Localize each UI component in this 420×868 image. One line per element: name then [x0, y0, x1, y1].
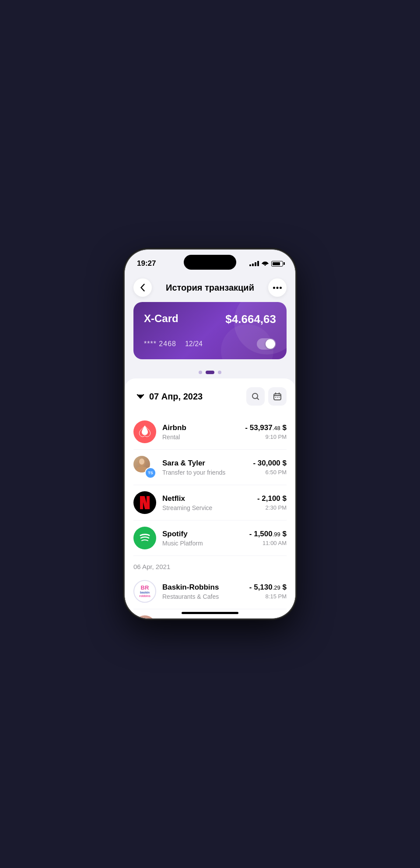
- spotify-amount-area: - 1,500.99 $ 11:00 AM: [249, 530, 287, 546]
- airbnb-avatar: [133, 420, 156, 443]
- sara-tyler-name: Sara & Tyler: [162, 459, 253, 468]
- baskin-robbins-time: 8:15 PM: [249, 593, 287, 600]
- card-dots-indicator: [125, 366, 295, 378]
- dot-3: [218, 371, 221, 374]
- netflix-avatar: [133, 491, 156, 514]
- card-toggle[interactable]: [257, 338, 276, 350]
- marita-info: Marita Covarrubias Transfer: [162, 618, 258, 619]
- netflix-name: Netflix: [162, 494, 257, 503]
- airbnb-name: Airbnb: [162, 424, 245, 432]
- baskin-robbins-name: Baskin-Robbins: [162, 583, 249, 592]
- card-balance: $4.664,63: [225, 312, 276, 326]
- baskin-robbins-category: Restaurants & Cafes: [162, 593, 249, 600]
- calendar-button[interactable]: [268, 387, 287, 406]
- sara-tyler-time: 6:50 PM: [253, 469, 287, 476]
- card-top: X-Card $4.664,63: [144, 312, 276, 326]
- dot-1: [199, 371, 202, 374]
- search-button[interactable]: [246, 387, 265, 406]
- baskin-robbins-info: Baskin-Robbins Restaurants & Cafes: [162, 583, 249, 600]
- svg-point-1: [276, 287, 279, 289]
- svg-point-6: [277, 397, 278, 398]
- status-icons: [249, 260, 283, 267]
- section-date-2: 06 Apr, 2021: [133, 556, 287, 574]
- transaction-airbnb[interactable]: Airbnb Rental - 53,937.48 $ 9:10 PM: [133, 414, 287, 450]
- phone-frame: 19:27: [125, 250, 295, 618]
- sara-tyler-amount: - 30,000 $: [253, 459, 287, 468]
- svg-point-0: [273, 287, 275, 289]
- more-button[interactable]: [268, 278, 287, 297]
- transaction-sara-tyler[interactable]: TS Sara & Tyler Transfer to your friends…: [133, 450, 287, 485]
- wifi-icon: [262, 260, 269, 267]
- svg-point-2: [280, 287, 282, 289]
- netflix-info: Netflix Streaming Service: [162, 494, 257, 511]
- sara-tyler-category: Transfer to your friends: [162, 469, 253, 476]
- toggle-thumb: [266, 339, 275, 349]
- back-button[interactable]: [133, 278, 152, 297]
- spotify-info: Spotify Music Platform: [162, 530, 249, 547]
- airbnb-time: 9:10 PM: [245, 434, 287, 440]
- transaction-spotify[interactable]: Spotify Music Platform - 1,500.99 $ 11:0…: [133, 521, 287, 556]
- marita-name: Marita Covarrubias: [162, 618, 258, 619]
- status-time: 19:27: [137, 259, 156, 268]
- airbnb-amount: - 53,937.48 $: [245, 424, 287, 432]
- svg-point-10: [139, 458, 144, 465]
- page-title: История транзакций: [166, 283, 254, 293]
- netflix-amount-area: - 2,100 $ 2:30 PM: [257, 494, 287, 511]
- spotify-time: 11:00 AM: [249, 540, 287, 546]
- spotify-category: Music Platform: [162, 540, 249, 547]
- sara-tyler-amount-area: - 30,000 $ 6:50 PM: [253, 459, 287, 476]
- baskin-robbins-amount-area: - 5,130.29 $ 8:15 PM: [249, 583, 287, 600]
- payment-card[interactable]: X-Card $4.664,63 **** 2468 12/24: [133, 302, 287, 359]
- airbnb-amount-area: - 53,937.48 $ 9:10 PM: [245, 424, 287, 440]
- sara-tyler-info: Sara & Tyler Transfer to your friends: [162, 459, 253, 476]
- signal-icon: [249, 261, 259, 266]
- br-cents: .29: [273, 584, 280, 591]
- card-name: X-Card: [144, 312, 178, 325]
- header: История транзакций: [125, 271, 295, 302]
- baskin-robbins-avatar: BR baskin robbins: [133, 580, 156, 603]
- svg-point-7: [279, 397, 280, 398]
- home-indicator: [182, 612, 238, 614]
- card-number: **** 2468: [144, 340, 176, 348]
- card-expiry: 12/24: [185, 340, 203, 348]
- card-bottom: **** 2468 12/24: [144, 338, 276, 350]
- transactions-header: 07 Апр, 2023: [133, 387, 287, 406]
- baskin-robbins-amount: - 5,130.29 $: [249, 583, 287, 592]
- spotify-name: Spotify: [162, 530, 249, 538]
- transaction-netflix[interactable]: Netflix Streaming Service - 2,100 $ 2:30…: [133, 485, 287, 521]
- dot-2-active: [206, 371, 214, 374]
- spotify-avatar: [133, 527, 156, 549]
- tyler-badge: TS: [145, 467, 156, 479]
- netflix-amount: - 2,100 $: [257, 494, 287, 503]
- spotify-cents: .99: [273, 531, 280, 538]
- spotify-amount: - 1,500.99 $: [249, 530, 287, 538]
- transactions-panel: 07 Апр, 2023: [125, 378, 295, 618]
- marita-avatar: [133, 615, 156, 618]
- svg-point-5: [275, 397, 276, 398]
- screen-content: История транзакций X-Card $4.664,63: [125, 271, 295, 618]
- netflix-category: Streaming Service: [162, 504, 257, 511]
- chevron-down-button[interactable]: [133, 389, 147, 403]
- sara-tyler-avatar: TS: [133, 456, 156, 479]
- transaction-baskin-robbins[interactable]: BR baskin robbins Baskin-Robbins Restaur…: [133, 574, 287, 609]
- card-area: X-Card $4.664,63 **** 2468 12/24: [125, 302, 295, 366]
- section-date-header: 07 Апр, 2023: [149, 392, 243, 402]
- airbnb-category: Rental: [162, 434, 245, 441]
- battery-icon: [271, 261, 283, 267]
- airbnb-info: Airbnb Rental: [162, 424, 245, 441]
- netflix-time: 2:30 PM: [257, 504, 287, 511]
- phone-screen: 19:27: [125, 250, 295, 618]
- airbnb-cents: .48: [273, 425, 280, 431]
- dynamic-island: [184, 255, 236, 270]
